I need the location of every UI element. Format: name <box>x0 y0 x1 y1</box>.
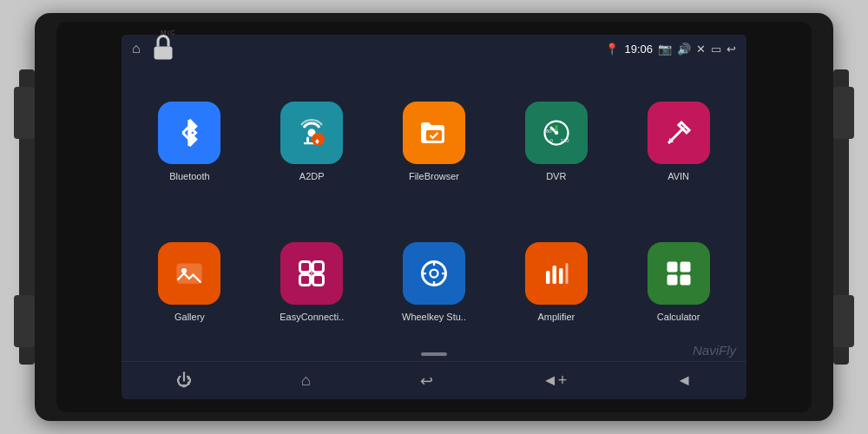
svg-rect-16 <box>300 275 311 286</box>
volume-icon: 🔊 <box>677 43 691 56</box>
app-dvr[interactable]: 0 120 60 DVR <box>495 71 617 212</box>
home-button[interactable]: ⌂ <box>291 368 321 393</box>
wheelkey-icon-bg <box>403 242 465 305</box>
power-button[interactable]: ⏻ <box>166 368 202 393</box>
app-amplifier[interactable]: Amplifier <box>495 212 617 352</box>
app-wheelkey-label: Wheelkey Stu.. <box>402 312 466 322</box>
svg-rect-0 <box>154 46 172 59</box>
status-bar: ⌂ 📍 19:06 📷 🔊 ✕ ▭ ↩ <box>122 35 746 62</box>
status-left: ⌂ <box>132 35 179 66</box>
svg-rect-26 <box>667 275 677 286</box>
app-calculator-label: Calculator <box>657 312 700 322</box>
svg-rect-21 <box>552 266 556 284</box>
svg-rect-14 <box>300 262 311 273</box>
back-button[interactable]: ↩ <box>410 368 444 394</box>
svg-text:0: 0 <box>549 138 553 143</box>
svg-text:60: 60 <box>546 128 552 134</box>
app-wheelkey[interactable]: Wheelkey Stu.. <box>373 212 496 352</box>
device-shell: MIC RST ⌂ 📍 19:06 📷 <box>35 13 833 421</box>
amplifier-icon-bg <box>525 242 588 305</box>
app-a2dp[interactable]: ♦ A2DP <box>251 71 373 212</box>
svg-text:♦: ♦ <box>315 135 320 146</box>
svg-point-8 <box>555 131 559 135</box>
app-avin[interactable]: AVIN <box>617 71 740 212</box>
window-icon[interactable]: ▭ <box>711 43 721 56</box>
svg-rect-25 <box>680 262 690 273</box>
home-status-icon[interactable]: ⌂ <box>132 41 141 56</box>
svg-rect-27 <box>680 275 690 286</box>
svg-rect-23 <box>565 263 568 284</box>
svg-text:120: 120 <box>560 138 569 143</box>
gallery-icon-bg <box>158 242 220 305</box>
app-calculator[interactable]: Calculator <box>617 212 740 352</box>
app-filebrowser-label: FileBrowser <box>409 171 459 181</box>
svg-point-19 <box>430 270 437 278</box>
bracket-left <box>19 69 35 365</box>
svg-rect-15 <box>313 262 324 273</box>
camera-icon: 📷 <box>658 43 672 56</box>
app-amplifier-label: Amplifier <box>537 312 575 322</box>
app-gallery[interactable]: Gallery <box>128 212 251 352</box>
device-bezel: MIC RST ⌂ 📍 19:06 📷 <box>56 22 812 412</box>
app-bluetooth-label: Bluetooth <box>169 171 209 181</box>
svg-rect-24 <box>667 262 677 273</box>
screen: ⌂ 📍 19:06 📷 🔊 ✕ ▭ ↩ <box>122 35 746 399</box>
close-icon[interactable]: ✕ <box>696 43 706 56</box>
bracket-right <box>833 69 849 365</box>
app-easyconnect[interactable]: EasyConnecti.. <box>251 212 373 352</box>
a2dp-icon-bg: ♦ <box>280 102 343 164</box>
filebrowser-icon-bg <box>403 102 465 164</box>
page-indicator <box>421 352 447 356</box>
bluetooth-icon-bg <box>158 102 220 164</box>
app-filebrowser[interactable]: FileBrowser <box>373 71 496 212</box>
app-bluetooth[interactable]: Bluetooth <box>128 71 251 212</box>
bottom-nav-bar: ⏻ ⌂ ↩ ◄+ ◄ <box>122 361 746 399</box>
status-right: 📍 19:06 📷 🔊 ✕ ▭ ↩ <box>605 43 736 56</box>
back-nav-icon[interactable]: ↩ <box>727 43 736 56</box>
dvr-icon-bg: 0 120 60 <box>525 102 588 164</box>
calculator-icon-bg <box>648 242 710 305</box>
vol-down-button[interactable]: ◄ <box>666 368 702 393</box>
svg-rect-17 <box>313 275 324 286</box>
lock-icon <box>148 35 179 66</box>
app-avin-label: AVIN <box>667 171 689 181</box>
svg-rect-20 <box>546 271 550 284</box>
prev-button[interactable]: ◄+ <box>532 368 577 393</box>
app-grid: Bluetooth ♦ <box>122 62 746 361</box>
easyconnect-icon-bg <box>280 242 343 305</box>
avin-icon-bg <box>648 102 710 164</box>
location-icon: 📍 <box>605 43 619 56</box>
clock: 19:06 <box>624 43 653 56</box>
app-gallery-label: Gallery <box>174 312 205 322</box>
svg-rect-22 <box>559 268 563 284</box>
app-dvr-label: DVR <box>546 171 566 181</box>
app-a2dp-label: A2DP <box>299 171 325 181</box>
app-easyconnect-label: EasyConnecti.. <box>279 312 344 322</box>
